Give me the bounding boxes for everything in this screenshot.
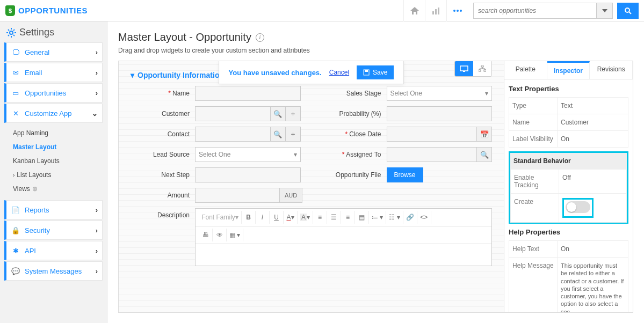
home-icon[interactable] [403,0,425,21]
field-amount[interactable]: AmountAUD [131,188,302,203]
contact-input[interactable] [195,127,271,142]
name-input[interactable] [195,86,301,101]
align-center-icon[interactable]: ☰ [327,211,341,224]
nav-reports[interactable]: 📄Reports› [4,200,103,219]
rte-body[interactable] [196,244,491,266]
prop-help-text[interactable]: Help TextOn [509,240,628,258]
help-properties-header: Help Properties [509,228,628,236]
content: Master Layout - Opportunityi Drag and dr… [107,21,644,323]
amount-input[interactable] [195,188,280,203]
nav-opportunities[interactable]: ▭Opportunities› [4,83,103,102]
api-icon: ✱ [11,247,20,255]
chevron-right-icon: › [96,267,98,275]
field-probability[interactable]: Probability (%) [322,106,493,121]
assigned-to-input[interactable] [387,147,477,162]
nav-api[interactable]: ✱API› [4,241,103,260]
tab-palette[interactable]: Palette [504,61,547,79]
inspector-panel: Palette Inspector Revisions Text Propert… [504,61,633,313]
font-family-select[interactable]: Font Family ▾ [199,211,242,224]
app-name: OPPORTUNITIES [18,6,88,15]
align-right-icon[interactable]: ≡ [341,211,355,224]
sub-views[interactable]: Views ⊕ [11,182,103,196]
code-icon[interactable]: <> [417,211,431,224]
chart-icon[interactable] [425,0,446,21]
rich-text-editor[interactable]: Font Family ▾ B I U A ▾ A ▾ ≡ ☰ ≡ ▤ [195,208,492,266]
field-assigned-to[interactable]: *Assigned To🔍 [322,147,493,162]
probability-input[interactable] [387,106,493,121]
info-icon[interactable]: i [256,33,264,42]
text-color-icon[interactable]: A ▾ [284,211,298,224]
prop-label-visibility[interactable]: Label VisibilityOn [509,130,628,148]
desktop-view-toggle[interactable] [455,61,473,76]
bg-color-icon[interactable]: A ▾ [298,211,313,224]
lead-source-select[interactable]: Select One▾ [195,147,301,162]
search-icon[interactable]: 🔍 [271,106,286,121]
money-bag-icon: $ [5,5,15,16]
more-icon[interactable] [446,0,468,21]
print-icon[interactable]: 🖶 [199,229,213,241]
sub-list-layouts[interactable]: ›List Layouts [11,168,103,182]
chevron-down-icon: ▾ [485,90,488,97]
field-description[interactable]: Description Font Family ▾ B I U A ▾ A ▾ [131,208,492,266]
svg-rect-2 [438,8,439,14]
sub-app-naming[interactable]: App Naming [11,126,103,140]
field-name[interactable]: *Name [131,86,301,101]
tab-revisions[interactable]: Revisions [590,61,633,79]
svg-point-8 [10,31,13,34]
calendar-icon[interactable]: 📅 [477,127,492,142]
prop-name: NameCustomer [509,114,628,131]
plus-icon[interactable]: ＋ [286,127,301,142]
cancel-link[interactable]: Cancel [329,69,349,76]
save-button[interactable]: Save [357,65,394,79]
field-customer[interactable]: Customer🔍＋ [131,106,301,121]
search-dropdown[interactable] [597,3,613,19]
tab-inspector[interactable]: Inspector [547,61,590,79]
text-properties-header: Text Properties [509,85,628,93]
underline-icon[interactable]: U [270,211,284,224]
list-number-icon[interactable]: ☷ ▾ [386,211,403,224]
nav-general[interactable]: 🖵General› [4,42,103,62]
svg-rect-21 [481,65,483,67]
nav-system-messages[interactable]: 💬System Messages› [4,261,103,281]
create-toggle[interactable] [566,201,590,213]
italic-icon[interactable]: I [256,211,270,224]
search-icon[interactable]: 🔍 [477,147,492,162]
reports-icon: 📄 [11,206,20,214]
nav-email[interactable]: ✉Email› [4,63,103,82]
chevron-right-icon: › [13,172,15,178]
nav-security[interactable]: 🔒Security› [4,221,103,240]
align-justify-icon[interactable]: ▤ [355,211,369,224]
field-opportunity-file[interactable]: Opportunity FileBrowse [322,167,493,182]
field-close-date[interactable]: *Close Date📅 [322,127,493,142]
preview-icon[interactable]: 👁 [213,229,227,241]
nav-customize-app[interactable]: ✕Customize App⌄ [4,104,103,123]
list-bullet-icon[interactable]: ≔ ▾ [369,211,386,224]
field-lead-source[interactable]: Lead SourceSelect One▾ [131,147,301,162]
svg-line-16 [13,30,15,31]
bold-icon[interactable]: B [242,211,256,224]
tree-view-toggle[interactable] [473,61,491,76]
chevron-right-icon: › [96,247,98,255]
create-toggle-highlight [562,198,594,218]
chevron-right-icon: › [96,69,98,77]
sales-stage-select[interactable]: Select One▾ [387,86,493,101]
sub-master-layout[interactable]: Master Layout [11,140,103,154]
app-logo[interactable]: $ OPPORTUNITIES [5,5,88,16]
customer-input[interactable] [195,106,271,121]
search-input[interactable] [473,3,597,19]
next-step-input[interactable] [195,167,301,182]
close-date-input[interactable] [387,127,477,142]
field-contact[interactable]: Contact🔍＋ [131,127,301,142]
field-next-step[interactable]: Next Step [131,167,301,182]
field-sales-stage[interactable]: Sales StageSelect One▾ [322,86,493,101]
prop-help-message[interactable]: Help MessageThis opportunity must be rel… [509,257,628,312]
plus-icon[interactable]: ＋ [286,106,301,121]
search-button[interactable] [617,3,639,19]
align-left-icon[interactable]: ≡ [313,211,327,224]
search-icon[interactable]: 🔍 [271,127,286,142]
link-icon[interactable]: 🔗 [403,211,417,224]
sub-kanban-layouts[interactable]: Kanban Layouts [11,154,103,168]
prop-enable-tracking[interactable]: Enable TrackingOff [510,169,627,194]
browse-button[interactable]: Browse [387,167,423,182]
table-icon[interactable]: ▦ ▾ [227,229,243,241]
